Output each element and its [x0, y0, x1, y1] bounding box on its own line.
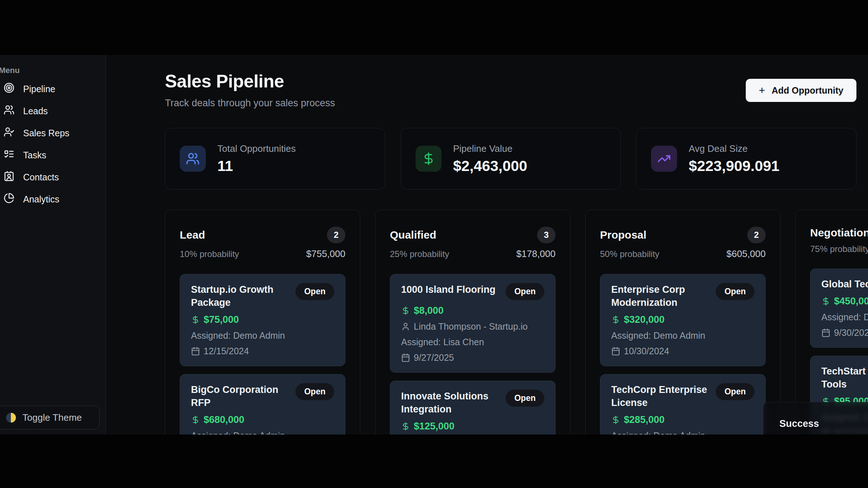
moon-icon: [6, 413, 16, 423]
opportunity-assigned: Assigned: Lisa Chen: [401, 337, 484, 347]
opportunity-assigned: Assigned: Demo Admin: [191, 330, 285, 341]
user-icon: [401, 322, 410, 331]
opportunity-date: 9/30/2024: [834, 328, 868, 338]
column-count-badge: 2: [327, 227, 345, 243]
sidebar-item-label: Sales Reps: [23, 128, 69, 138]
sidebar-item-label: Leads: [23, 106, 48, 116]
users-icon: [4, 104, 14, 117]
main-content: Sales Pipeline Track deals through your …: [106, 55, 868, 435]
opportunity-amount: $8,000: [414, 305, 444, 316]
stat-card: Pipeline Value $2,463,000: [401, 128, 621, 189]
calendar-icon: [611, 347, 620, 356]
menu-label: Menu: [0, 66, 106, 75]
column-total: $605,000: [727, 248, 766, 260]
success-toast: Success: [763, 402, 868, 435]
toggle-theme-button[interactable]: Toggle Theme: [0, 406, 100, 429]
stats-row: Total Opportunities 11 Pipeline Value $2…: [165, 128, 856, 189]
column-name: Negotiation: [810, 227, 868, 239]
opportunity-title: Innovate Solutions Integration: [401, 390, 501, 416]
opportunity-card[interactable]: TechCorp Enterprise License Open $285,00…: [600, 374, 766, 435]
dollar-sign-icon: [401, 422, 410, 431]
sidebar-item-analytics[interactable]: Analytics: [0, 191, 106, 207]
opportunity-card[interactable]: Enterprise Corp Modernization Open $320,…: [600, 274, 766, 366]
page-subtitle: Track deals through your sales process: [165, 98, 335, 109]
toggle-theme-label: Toggle Theme: [22, 412, 82, 423]
contact-icon: [4, 171, 14, 184]
status-badge: Open: [506, 283, 544, 300]
dollar-sign-icon: [611, 415, 620, 424]
calendar-icon: [401, 353, 410, 362]
column-name: Qualified: [390, 229, 436, 241]
add-opportunity-button[interactable]: + Add Opportunity: [746, 79, 856, 102]
opportunity-title: BigCo Corporation RFP: [191, 383, 290, 409]
page-header: Sales Pipeline Track deals through your …: [165, 71, 856, 109]
opportunity-title: Startup.io Growth Package: [191, 283, 290, 309]
column-count-badge: 3: [537, 227, 556, 243]
status-badge: Open: [295, 283, 334, 300]
opportunity-card[interactable]: BigCo Corporation RFP Open $680,000 Assi…: [180, 374, 345, 435]
status-badge: Open: [295, 383, 334, 400]
users-icon: [180, 146, 206, 172]
sidebar-item-pipeline[interactable]: Pipeline: [0, 81, 106, 97]
opportunity-amount: $320,000: [624, 314, 665, 325]
opportunity-amount: $125,000: [414, 421, 455, 432]
opportunity-card[interactable]: Innovate Solutions Integration Open $125…: [390, 381, 556, 435]
stat-label: Pipeline Value: [453, 143, 527, 154]
sidebar-item-leads[interactable]: Leads: [0, 103, 106, 119]
dollar-sign-icon: [401, 306, 410, 315]
sidebar-item-label: Analytics: [23, 194, 59, 205]
column-probability: 50% probability: [600, 249, 659, 259]
kanban-board: Lead 2 10% probability $755,000 Startup.…: [165, 210, 856, 435]
stat-value: 11: [217, 158, 296, 175]
user-check-icon: [4, 127, 14, 140]
opportunity-title: 1000 Island Flooring: [401, 283, 495, 300]
column-name: Proposal: [600, 229, 646, 241]
sidebar-item-tasks[interactable]: Tasks: [0, 147, 106, 163]
dollar-sign-icon: [416, 146, 442, 172]
opportunity-title: Enterprise Corp Modernization: [611, 283, 685, 309]
sidebar-item-contacts[interactable]: Contacts: [0, 169, 106, 185]
stat-value: $223,909.091: [689, 158, 779, 175]
plus-icon: +: [759, 84, 765, 97]
list-todo-icon: [4, 149, 14, 162]
page-title: Sales Pipeline: [165, 71, 335, 92]
sidebar-item-sales-reps[interactable]: Sales Reps: [0, 125, 106, 141]
opportunity-card[interactable]: Startup.io Growth Package Open $75,000 A…: [180, 274, 345, 366]
column-probability: 10% probability: [180, 249, 239, 259]
target-icon: [4, 82, 14, 95]
column-total: $755,000: [306, 248, 345, 260]
opportunity-date: 12/15/2024: [204, 346, 249, 356]
column-probability: 25% probability: [390, 249, 449, 259]
title-block: Sales Pipeline Track deals through your …: [165, 71, 335, 109]
opportunity-date: 9/27/2025: [414, 352, 454, 363]
opportunity-amount: $680,000: [204, 414, 244, 425]
column-total: $178,000: [516, 248, 556, 260]
opportunity-title: Global Tech: [821, 278, 868, 291]
stat-label: Avg Deal Size: [689, 143, 779, 154]
sidebar-nav: PipelineLeadsSales RepsTasksContactsAnal…: [0, 81, 106, 207]
column-count-badge: 2: [747, 227, 766, 243]
sidebar-item-label: Contacts: [23, 172, 59, 183]
opportunity-amount: $285,000: [624, 414, 665, 425]
stat-card: Avg Deal Size $223,909.091: [636, 128, 856, 189]
add-opportunity-label: Add Opportunity: [771, 85, 843, 96]
opportunity-title: TechCorp Enterprise License: [611, 383, 707, 409]
opportunity-assigned: Assigned: Demo Admin: [191, 431, 285, 435]
opportunity-card[interactable]: 1000 Island Flooring Open $8,000 Linda T…: [390, 274, 556, 373]
opportunity-assigned: Assigned: Demo Admin: [821, 312, 868, 322]
opportunity-assigned: Assigned: Demo Admin: [611, 431, 705, 435]
column-proposal: Proposal 2 50% probability $605,000 Ente…: [585, 210, 780, 435]
column-name: Lead: [180, 229, 205, 241]
status-badge: Open: [716, 383, 754, 400]
column-probability: 75% probability: [810, 244, 868, 254]
status-badge: Open: [716, 283, 754, 300]
column-cards: Startup.io Growth Package Open $75,000 A…: [180, 274, 345, 435]
column-lead: Lead 2 10% probability $755,000 Startup.…: [165, 210, 360, 435]
opportunity-amount: $450,000: [834, 296, 868, 307]
sidebar: Menu PipelineLeadsSales RepsTasksContact…: [0, 55, 106, 435]
opportunity-card[interactable]: Global Tech $450,000 Assigned: Demo Admi…: [810, 269, 868, 348]
column-cards: 1000 Island Flooring Open $8,000 Linda T…: [390, 274, 556, 435]
column-qualified: Qualified 3 25% probability $178,000 100…: [375, 210, 570, 435]
calendar-icon: [821, 328, 830, 337]
opportunity-amount: $75,000: [204, 314, 239, 325]
